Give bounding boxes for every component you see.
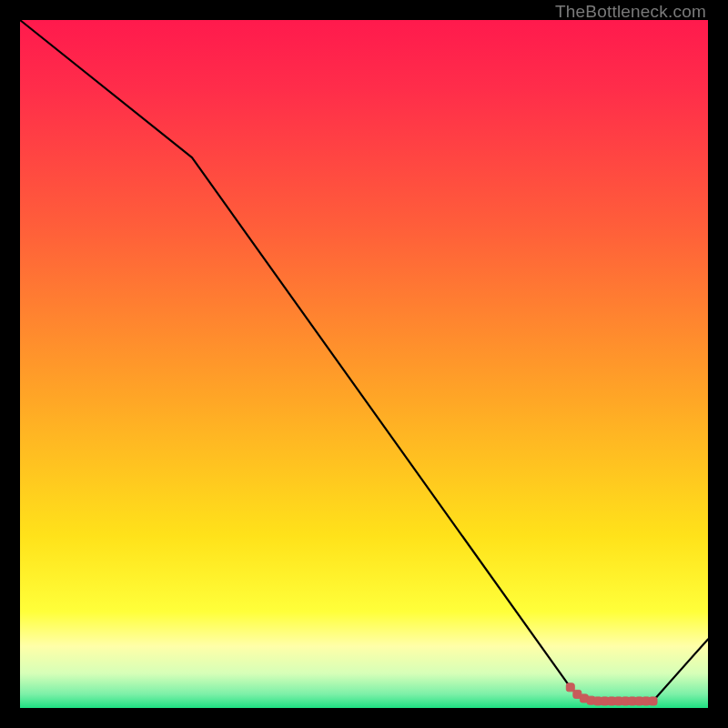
chart-overlay (20, 20, 708, 708)
highlight-marker (649, 697, 657, 705)
highlight-marker (566, 683, 574, 692)
highlight-marker-group (566, 683, 657, 705)
plot-area (20, 20, 708, 708)
chart-stage: TheBottleneck.com (0, 0, 728, 728)
bottleneck-curve-line (20, 20, 708, 701)
watermark-text: TheBottleneck.com (555, 2, 706, 22)
